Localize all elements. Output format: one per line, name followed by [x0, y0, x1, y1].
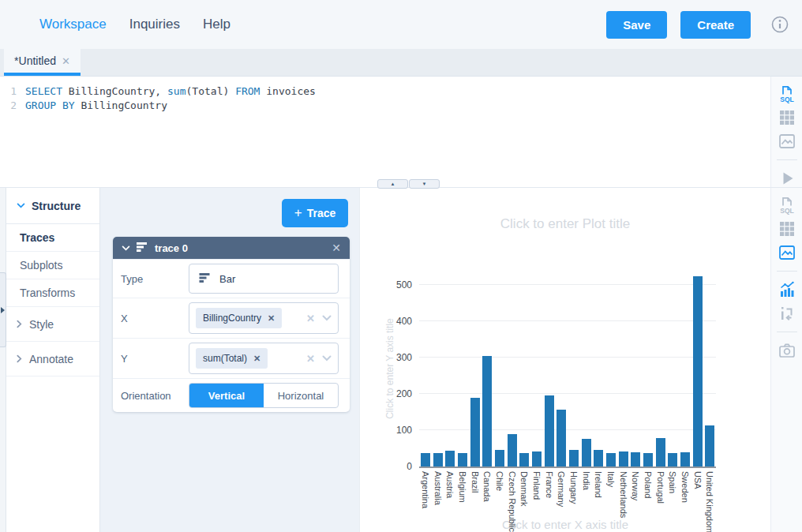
chart-view-icon[interactable]	[778, 132, 796, 151]
top-navbar: WorkspaceInquiriesHelp Save Create	[0, 0, 802, 49]
nav-link-help[interactable]: Help	[203, 17, 230, 32]
x-tick-label: France	[545, 471, 553, 532]
orientation-field-label: Orientation	[119, 390, 189, 402]
orientation-vertical-button[interactable]: Vertical	[189, 384, 264, 407]
orientation-toggle: VerticalHorizontal	[189, 383, 339, 408]
expand-editor-button[interactable]: ▲	[377, 179, 408, 189]
add-trace-button[interactable]: + Trace	[282, 199, 348, 227]
table-view-icon[interactable]	[778, 219, 796, 238]
chevron-right-icon	[15, 321, 24, 327]
trace-y-row: Y sum(Total) ✕ ✕	[113, 338, 350, 378]
sidebar-item-style[interactable]: Style	[6, 307, 99, 342]
tag-close-icon[interactable]: ✕	[268, 313, 275, 324]
tag-close-icon[interactable]: ✕	[253, 354, 260, 364]
y-axis-title-placeholder[interactable]: Click to enter Y axis title	[384, 318, 395, 419]
bar-portugal	[656, 438, 665, 466]
table-view-icon[interactable]	[778, 108, 796, 127]
type-field-label: Type	[119, 273, 189, 285]
x-tick-label: Spain	[668, 471, 676, 532]
y-tick-label: 200	[396, 388, 412, 399]
code-token: (Total)	[186, 85, 236, 97]
rail-divider	[777, 159, 797, 160]
trace-card-header[interactable]: trace 0 ✕	[113, 237, 350, 259]
trace-controls-panel: + Trace trace 0 ✕ Type	[100, 188, 359, 532]
snapshot-camera-icon[interactable]	[778, 341, 796, 360]
bar-denmark	[519, 453, 529, 466]
gridline	[419, 284, 716, 285]
create-button[interactable]: Create	[680, 11, 751, 39]
nav-link-inquiries[interactable]: Inquiries	[129, 17, 180, 32]
bar-canada	[482, 356, 492, 466]
x-tick-label: Canada	[482, 471, 491, 532]
bar-poland	[643, 453, 653, 466]
plot-title-placeholder[interactable]: Click to enter Plot title	[360, 216, 770, 232]
x-column-tag-label: BillingCountry	[203, 313, 261, 324]
sidebar-item-label: Traces	[20, 231, 54, 244]
trace-close-icon[interactable]: ✕	[332, 242, 341, 254]
bar-argentina	[421, 453, 430, 466]
select-actions: ✕	[306, 313, 332, 324]
x-tick-label: Netherlands	[619, 471, 628, 532]
info-icon[interactable]	[770, 15, 789, 34]
sql-code-editor[interactable]: 1SELECT BillingCountry, sum(Total) FROM …	[0, 77, 770, 187]
rail-divider	[777, 332, 797, 332]
bar-austria	[445, 451, 455, 466]
x-column-select[interactable]: BillingCountry ✕ ✕	[189, 302, 339, 334]
tab-close-icon[interactable]: ✕	[62, 55, 70, 67]
chevron-right-icon	[1, 307, 5, 313]
orientation-horizontal-button[interactable]: Horizontal	[264, 384, 338, 407]
x-tick-label: Poland	[643, 471, 652, 532]
sql-editor-icon[interactable]: SQL	[778, 196, 796, 215]
sidebar-item-traces[interactable]: Traces	[6, 224, 99, 252]
clear-selection-icon[interactable]: ✕	[306, 353, 315, 365]
chart-view-icon[interactable]	[778, 243, 796, 262]
trace-type-value: Bar	[219, 273, 235, 285]
gridline	[419, 320, 716, 321]
analytics-icon[interactable]	[778, 280, 796, 299]
clear-selection-icon[interactable]: ✕	[306, 313, 315, 324]
bar-united-kingdom	[705, 425, 714, 466]
trace-type-row: Type Bar	[113, 259, 350, 298]
sidebar-item-annotate[interactable]: Annotate	[6, 342, 99, 377]
bar-spain	[668, 453, 677, 466]
bar-chart-icon	[137, 242, 148, 255]
code-content: GROUP BY BillingCountry	[25, 99, 167, 113]
chevron-down-icon	[17, 203, 25, 208]
x-tick-label: Italy	[606, 471, 615, 532]
x-tick-label: USA	[693, 471, 702, 532]
chevron-down-icon[interactable]	[322, 355, 332, 362]
save-button[interactable]: Save	[606, 11, 667, 39]
y-column-tag-label: sum(Total)	[203, 353, 247, 364]
sidebar-item-subplots[interactable]: Subplots	[6, 252, 99, 279]
svg-text:SQL: SQL	[780, 207, 793, 215]
trace-type-dropdown[interactable]: Bar	[189, 264, 339, 294]
x-tick-label: Finland	[532, 471, 541, 532]
y-column-select[interactable]: sum(Total) ✕ ✕	[189, 343, 339, 374]
tab-untitled[interactable]: *Untitled ✕	[4, 49, 81, 76]
triangle-up-icon: ▲	[391, 182, 395, 186]
structure-sidebar: Structure TracesSubplotsTransformsStyleA…	[6, 188, 100, 532]
trace-title: trace 0	[155, 242, 188, 254]
sidebar-collapse-handle[interactable]	[0, 272, 6, 347]
y-column-tag: sum(Total) ✕	[196, 348, 268, 369]
x-tick-label: Germany	[557, 471, 565, 532]
export-layout-icon[interactable]	[778, 304, 796, 323]
sidebar-item-label: Subplots	[20, 259, 62, 272]
sql-editor-icon[interactable]: SQL	[778, 84, 796, 103]
structure-section-header[interactable]: Structure	[6, 188, 99, 224]
y-tick-label: 300	[396, 352, 412, 363]
x-tick-label: Hungary	[569, 471, 578, 532]
x-column-tag: BillingCountry ✕	[196, 308, 282, 328]
sidebar-item-transforms[interactable]: Transforms	[6, 279, 99, 307]
run-query-icon[interactable]	[778, 169, 796, 188]
code-token: BillingCountry,	[69, 85, 167, 97]
bar-australia	[433, 453, 443, 466]
expand-chart-button[interactable]: ▼	[409, 179, 440, 189]
y-tick-label: 400	[396, 316, 412, 327]
nav-link-workspace[interactable]: Workspace	[39, 17, 107, 32]
chevron-down-icon[interactable]	[322, 315, 332, 321]
bar-france	[545, 395, 554, 466]
navbar-actions: Save Create	[606, 11, 789, 39]
plus-icon: +	[294, 205, 302, 221]
chart-plot-area: 0100200300400500ArgentinaAustraliaAustri…	[419, 268, 716, 468]
